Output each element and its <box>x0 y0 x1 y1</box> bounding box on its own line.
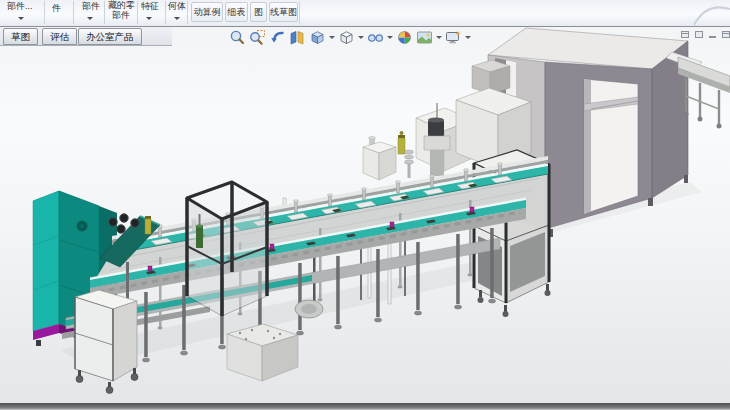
window-close-icon[interactable] <box>722 31 730 38</box>
tab-office-products[interactable]: 办公室产品 <box>78 28 142 45</box>
ribbon-separator <box>165 1 166 24</box>
tab-sketch[interactable]: 草图 <box>3 28 38 45</box>
status-bar <box>0 403 730 410</box>
rotary-drum <box>295 300 323 318</box>
ribbon-separator <box>104 1 105 24</box>
explode-line-sketch-button[interactable]: 线草图 <box>269 2 298 22</box>
insert-components-button[interactable]: 部件... <box>7 1 33 11</box>
exploded-view-button[interactable]: 图 <box>250 2 267 22</box>
command-ribbon: 部件... 件 部件 藏的零 部件 特征 何体 动算例 细表 图 线草图 <box>0 0 730 26</box>
heads-up-view-toolbar <box>229 29 471 46</box>
dropdown-caret-icon[interactable] <box>465 36 471 39</box>
ribbon-separator <box>73 1 74 24</box>
section-view-icon[interactable] <box>289 29 306 46</box>
ribbon-separator <box>187 1 188 24</box>
dropdown-caret-icon <box>174 17 180 20</box>
previous-view-icon[interactable] <box>269 29 286 46</box>
ribbon-separator <box>137 1 138 24</box>
3d-assembly-model[interactable] <box>0 27 730 403</box>
edit-appearance-icon[interactable] <box>396 29 413 46</box>
display-style-icon[interactable] <box>338 29 355 46</box>
assembly-features-button[interactable]: 特征 <box>141 1 159 11</box>
dropdown-caret-icon[interactable] <box>387 36 393 39</box>
component-button[interactable]: 件 <box>52 3 61 13</box>
tab-evaluate[interactable]: 评估 <box>42 28 77 45</box>
dropdown-caret-icon[interactable] <box>436 36 442 39</box>
show-hidden-components-button[interactable]: 藏的零 <box>108 0 135 10</box>
hide-show-items-icon[interactable] <box>367 29 384 46</box>
reference-geometry-button[interactable]: 何体 <box>168 1 186 11</box>
component-pattern-button[interactable]: 部件 <box>82 1 100 11</box>
dropdown-caret-icon[interactable] <box>358 36 364 39</box>
show-hidden-components-button-line2[interactable]: 部件 <box>112 10 130 20</box>
ribbon-separator <box>299 1 300 24</box>
view-orientation-icon[interactable] <box>309 29 326 46</box>
zoom-to-area-icon[interactable] <box>249 29 266 46</box>
dropdown-caret-icon <box>18 17 24 20</box>
window-restore-icon[interactable] <box>681 31 689 38</box>
zoom-to-fit-icon[interactable] <box>229 29 246 46</box>
new-motion-study-button[interactable]: 动算例 <box>191 2 223 22</box>
ribbon-separator <box>44 1 45 24</box>
ribbon-watermark-curve <box>690 0 730 26</box>
graphics-viewport <box>0 27 730 403</box>
apply-scene-icon[interactable] <box>416 29 433 46</box>
dropdown-caret-icon <box>87 17 93 20</box>
bill-of-materials-button[interactable]: 细表 <box>225 2 248 22</box>
dropdown-caret-icon <box>146 17 152 20</box>
window-maximize-icon[interactable] <box>695 31 703 38</box>
view-settings-icon[interactable] <box>445 29 462 46</box>
window-minimize-icon[interactable] <box>709 36 716 38</box>
dropdown-caret-icon[interactable] <box>329 36 335 39</box>
